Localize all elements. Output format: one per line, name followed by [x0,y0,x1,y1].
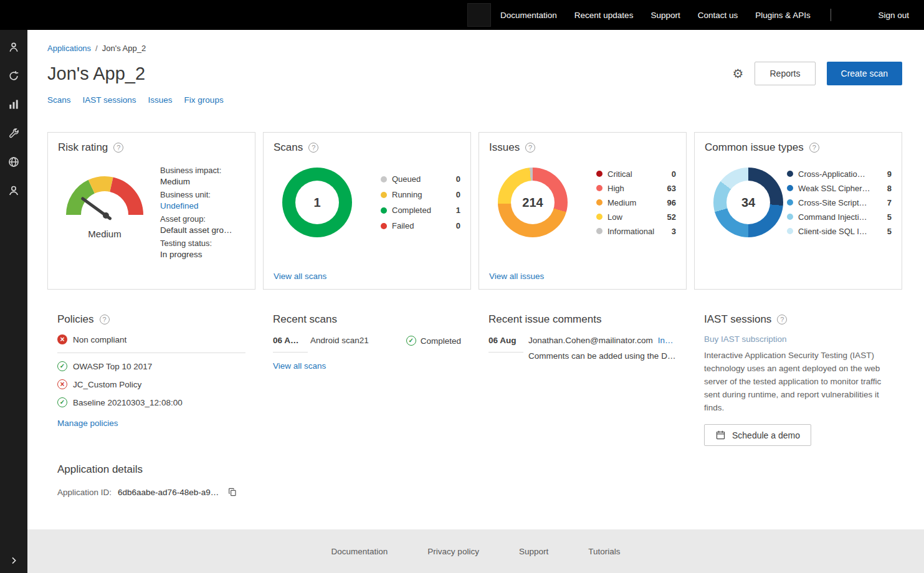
legend-item: Cross-Applicatio… 9 [787,169,892,179]
tab-iast-sessions[interactable]: IAST sessions [83,95,136,105]
legend-bullet [787,214,793,220]
topnav-recent-updates[interactable]: Recent updates [574,11,634,20]
view-all-issues-link[interactable]: View all issues [489,272,544,281]
risk-rating-title: Risk rating [58,141,245,154]
tab-fix-groups[interactable]: Fix groups [184,95,224,105]
sign-out-link[interactable]: Sign out [878,11,909,20]
breadcrumb-separator: / [95,44,98,53]
legend-bullet [381,192,387,198]
comment-author: Jonathan.Cohen@mailinator.com [528,336,653,345]
application-id-label: Application ID: [57,488,112,497]
reports-icon[interactable] [7,98,20,111]
comment-more-link[interactable]: In… [658,336,674,345]
legend-item: Medium 96 [596,198,676,207]
legend-bullet [596,171,603,177]
completed-icon [406,336,416,346]
topnav-support[interactable]: Support [650,11,680,20]
brand-logo[interactable] [467,3,491,27]
help-icon[interactable] [777,315,787,324]
view-all-scans-link[interactable]: View all scans [274,272,326,281]
breadcrumb: Applications/Jon's App_2 [47,44,902,53]
topnav-contact-us[interactable]: Contact us [698,11,738,20]
scan-status: Completed [406,336,461,346]
legend-bullet [596,199,603,206]
topnav-plugins-apis[interactable]: Plugins & APIs [755,11,811,20]
policy-pass-icon [57,397,67,407]
legend-item: Cross-Site Script… 7 [787,198,892,207]
legend-bullet [596,214,603,220]
common-issue-types-card: Common issue types 34 Cross-Applicatio… … [694,132,902,290]
legend-item: Client-side SQL I… 5 [787,227,892,236]
scans-total: 1 [295,181,339,224]
comment-date: 06 Aug [488,336,523,353]
copy-icon[interactable] [227,487,237,497]
administration-icon[interactable] [7,127,20,140]
create-scan-button[interactable]: Create scan [827,62,902,85]
legend-bullet [381,223,387,229]
view-all-scans-link-2[interactable]: View all scans [273,361,326,371]
recent-comments-title: Recent issue comments [488,313,677,326]
manage-policies-link[interactable]: Manage policies [57,419,118,428]
policies-section: Policies Non compliant OWASP Top 10 2017… [47,313,255,446]
breadcrumb-applications-link[interactable]: Applications [47,44,91,53]
scans-donut-chart: 1 [282,168,352,237]
footer-support[interactable]: Support [519,547,548,556]
iast-description: Interactive Application Security Testing… [704,349,892,414]
legend-item: Completed 1 [381,206,460,215]
globe-icon[interactable] [7,156,20,168]
help-icon[interactable] [113,143,123,153]
field-value: Medium [160,176,232,187]
sidebar-expand-icon[interactable] [0,556,27,566]
application-details-section: Application details Application ID: 6db6… [47,463,902,497]
help-icon[interactable] [100,315,110,324]
business-unit-link[interactable]: Undefined [160,201,199,211]
footer-privacy-policy[interactable]: Privacy policy [427,547,479,556]
policy-item: JC_Custom Policy [57,379,245,389]
comment-text: Comments can be added using the D… [528,351,675,361]
legend-item: Critical 0 [596,169,676,179]
policy-item: OWASP Top 10 2017 [57,361,245,371]
help-icon[interactable] [308,143,318,153]
scans-icon[interactable] [7,70,20,82]
issues-total: 214 [511,181,555,224]
application-window: Documentation Recent updates Support Con… [0,0,924,573]
issues-donut-chart: 214 [498,168,568,237]
legend-item: High 63 [596,184,676,193]
top-bar: Documentation Recent updates Support Con… [0,0,924,30]
help-icon[interactable] [525,143,535,153]
legend-bullet [596,228,603,234]
topnav-documentation[interactable]: Documentation [500,11,557,20]
settings-gear-icon[interactable] [733,67,744,80]
comment-body: Jonathan.Cohen@mailinator.comIn… Comment… [528,336,675,361]
field-label: Business unit: [160,189,232,201]
field-value: Default asset gro… [160,225,232,236]
legend-item: Informational 3 [596,227,676,236]
policy-item: Baseline 20210303_12:08:00 [57,397,245,407]
user-icon[interactable] [7,184,20,197]
common-issues-total: 34 [726,181,770,224]
top-nav: Documentation Recent updates Support Con… [500,11,811,20]
compliance-status: Non compliant [57,334,245,353]
legend-bullet [787,171,793,177]
gauge-value-label: Medium [58,229,151,239]
reports-button[interactable]: Reports [755,62,815,85]
recent-scans-title: Recent scans [273,313,461,326]
tab-issues[interactable]: Issues [148,95,173,105]
recent-comments-section: Recent issue comments 06 Aug Jonathan.Co… [479,313,687,446]
tab-scans[interactable]: Scans [47,95,71,105]
risk-rating-fields: Business impact: Medium Business unit: U… [160,165,232,262]
scan-date: 06 A… [273,336,308,353]
page-footer: Documentation Privacy policy Support Tut… [27,529,924,573]
issues-card: Issues 214 Critical 0 [479,132,687,290]
risk-rating-card: Risk rating Medium [47,132,255,290]
detail-sections: Policies Non compliant OWASP Top 10 2017… [47,313,902,446]
applications-icon[interactable] [7,41,20,54]
help-icon[interactable] [809,143,819,153]
buy-iast-subscription[interactable]: Buy IAST subscription [704,334,892,344]
legend-bullet [787,185,793,191]
legend-bullet [787,199,793,206]
footer-documentation[interactable]: Documentation [331,547,388,556]
legend-bullet [787,228,793,234]
footer-tutorials[interactable]: Tutorials [588,547,620,556]
schedule-demo-button[interactable]: Schedule a demo [704,424,811,446]
